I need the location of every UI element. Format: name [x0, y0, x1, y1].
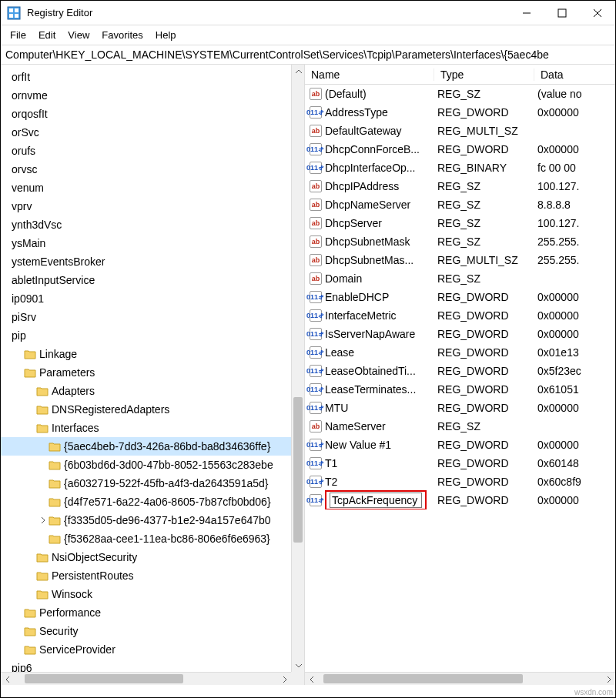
- value-row[interactable]: DhcpConnForceB...REG_DWORD0x00000: [305, 140, 615, 159]
- tree-item[interactable]: {f3335d05-de96-4377-b1e2-94a157e647b0: [1, 511, 304, 529]
- tree-item-label: pip: [12, 329, 26, 342]
- value-row[interactable]: MTUREG_DWORD0x00000: [305, 399, 615, 417]
- tree-item[interactable]: {f53628aa-cee1-11ea-bc86-806e6f6e6963}: [1, 529, 304, 548]
- tree-item[interactable]: Performance: [1, 603, 304, 622]
- rename-input[interactable]: [330, 493, 422, 508]
- value-data: 0x00000: [534, 402, 615, 414]
- value-row[interactable]: DhcpSubnetMas...REG_MULTI_SZ255.255.: [305, 251, 615, 269]
- window-title: Registry Editor: [27, 7, 509, 18]
- menu-view[interactable]: View: [63, 28, 94, 42]
- menu-file[interactable]: File: [5, 28, 31, 42]
- list-header[interactable]: Name Type Data: [305, 65, 615, 85]
- value-row[interactable]: DhcpIPAddressREG_SZ100.127.: [305, 177, 615, 195]
- close-button[interactable]: [580, 1, 615, 25]
- menu-help[interactable]: Help: [151, 28, 181, 42]
- tree-item[interactable]: ysMain: [1, 234, 304, 252]
- value-data: 255.255.: [534, 235, 615, 248]
- scroll-thumb[interactable]: [25, 674, 183, 683]
- tree-item-label: PersistentRoutes: [52, 569, 134, 582]
- value-row[interactable]: AddressTypeREG_DWORD0x00000: [305, 103, 615, 122]
- folder-icon: [49, 478, 61, 489]
- tree-item[interactable]: NsiObjectSecurity: [1, 548, 304, 566]
- maximize-button[interactable]: [544, 1, 580, 25]
- tree-item[interactable]: orqosfIt: [1, 105, 304, 123]
- tree-item[interactable]: orSvc: [1, 123, 304, 142]
- tree-item[interactable]: {5aec4beb-7dd3-426a-86bd-ba8d34636ffe}: [1, 437, 304, 456]
- column-type[interactable]: Type: [434, 68, 534, 81]
- value-name: [325, 490, 434, 509]
- tree-item[interactable]: Linkage: [1, 345, 304, 363]
- tree-item[interactable]: {6b03bd6d-3d00-47bb-8052-15563c283ebe: [1, 456, 304, 474]
- column-name[interactable]: Name: [305, 68, 434, 81]
- tree-item[interactable]: PersistentRoutes: [1, 566, 304, 585]
- value-row[interactable]: LeaseTerminates...REG_DWORD0x61051: [305, 380, 615, 399]
- value-row[interactable]: New Value #1REG_DWORD0x00000: [305, 436, 615, 454]
- value-row[interactable]: DhcpInterfaceOp...REG_BINARYfc 00 00: [305, 159, 615, 177]
- tree-item[interactable]: ynth3dVsc: [1, 215, 304, 234]
- scroll-down-icon[interactable]: [292, 659, 305, 672]
- value-row[interactable]: DomainREG_SZ: [305, 269, 615, 288]
- scroll-right-icon[interactable]: [278, 673, 291, 685]
- string-value-icon: [310, 420, 322, 432]
- value-row[interactable]: NameServerREG_SZ: [305, 417, 615, 436]
- registry-tree[interactable]: orfItornvmeorqosfItorSvcorufsorvscvenumv…: [1, 65, 304, 677]
- scroll-left-icon[interactable]: [305, 673, 318, 685]
- scroll-thumb[interactable]: [323, 674, 522, 683]
- value-row[interactable]: REG_DWORD0x00000: [305, 491, 615, 509]
- tree-item[interactable]: Interfaces: [1, 419, 304, 437]
- svg-rect-3: [9, 14, 13, 18]
- address-bar[interactable]: Computer\HKEY_LOCAL_MACHINE\SYSTEM\Curre…: [1, 45, 615, 65]
- folder-icon: [49, 496, 61, 507]
- expander-icon[interactable]: [38, 516, 49, 524]
- value-row[interactable]: DhcpSubnetMaskREG_SZ255.255.: [305, 232, 615, 251]
- tree-horizontal-scrollbar[interactable]: [1, 672, 291, 685]
- tree-item[interactable]: piSrv: [1, 308, 304, 326]
- scroll-right-icon[interactable]: [602, 673, 615, 685]
- values-list[interactable]: (Default)REG_SZ(value noAddressTypeREG_D…: [305, 85, 615, 509]
- tree-vertical-scrollbar[interactable]: [291, 65, 304, 672]
- tree-item[interactable]: DNSRegisteredAdapters: [1, 400, 304, 419]
- value-data: 0x00000: [534, 328, 615, 340]
- tree-item[interactable]: orvsc: [1, 160, 304, 179]
- value-row[interactable]: IsServerNapAwareREG_DWORD0x00000: [305, 325, 615, 343]
- scroll-left-icon[interactable]: [1, 673, 14, 685]
- tree-item[interactable]: Winsock: [1, 585, 304, 603]
- tree-item-label: ynth3dVsc: [12, 219, 62, 231]
- value-row[interactable]: T2REG_DWORD0x60c8f9: [305, 473, 615, 491]
- value-row[interactable]: DhcpNameServerREG_SZ8.8.8.8: [305, 195, 615, 214]
- tree-item-label: orufs: [12, 145, 35, 157]
- value-data: 0x00000: [534, 291, 615, 303]
- tree-item[interactable]: Parameters: [1, 363, 304, 382]
- value-row[interactable]: (Default)REG_SZ(value no: [305, 85, 615, 103]
- value-row[interactable]: DefaultGatewayREG_MULTI_SZ: [305, 122, 615, 140]
- column-data[interactable]: Data: [534, 68, 615, 81]
- list-horizontal-scrollbar[interactable]: [305, 672, 615, 685]
- menu-favorites[interactable]: Favorites: [97, 28, 147, 42]
- value-row[interactable]: DhcpServerREG_SZ100.127.: [305, 214, 615, 232]
- scroll-up-icon[interactable]: [292, 65, 305, 78]
- tree-item[interactable]: ystemEventsBroker: [1, 252, 304, 271]
- tree-item[interactable]: orfIt: [1, 68, 304, 86]
- value-row[interactable]: LeaseREG_DWORD0x01e13: [305, 343, 615, 362]
- tree-item[interactable]: orufs: [1, 142, 304, 160]
- value-row[interactable]: EnableDHCPREG_DWORD0x00000: [305, 288, 615, 306]
- tree-item[interactable]: {a6032719-522f-45fb-a4f3-da2643591a5d}: [1, 474, 304, 493]
- minimize-button[interactable]: [509, 1, 544, 25]
- value-row[interactable]: LeaseObtainedTi...REG_DWORD0x5f23ec: [305, 362, 615, 380]
- scroll-thumb[interactable]: [293, 397, 303, 543]
- tree-item[interactable]: Security: [1, 622, 304, 640]
- tree-item[interactable]: ornvme: [1, 86, 304, 105]
- folder-icon: [49, 515, 61, 526]
- tree-item[interactable]: Adapters: [1, 382, 304, 400]
- tree-item[interactable]: venum: [1, 179, 304, 197]
- tree-item[interactable]: abletInputService: [1, 271, 304, 289]
- value-row[interactable]: InterfaceMetricREG_DWORD0x00000: [305, 306, 615, 325]
- menu-edit[interactable]: Edit: [34, 28, 60, 42]
- tree-item[interactable]: pip: [1, 326, 304, 345]
- tree-item[interactable]: vprv: [1, 197, 304, 215]
- value-row[interactable]: T1REG_DWORD0x60148: [305, 454, 615, 473]
- tree-item[interactable]: ServiceProvider: [1, 640, 304, 659]
- tree-item[interactable]: ip0901: [1, 289, 304, 308]
- tree-item[interactable]: {d4f7e571-6a22-4a06-8605-7b87cfb0bd06}: [1, 493, 304, 511]
- rename-edit-box[interactable]: [325, 490, 427, 509]
